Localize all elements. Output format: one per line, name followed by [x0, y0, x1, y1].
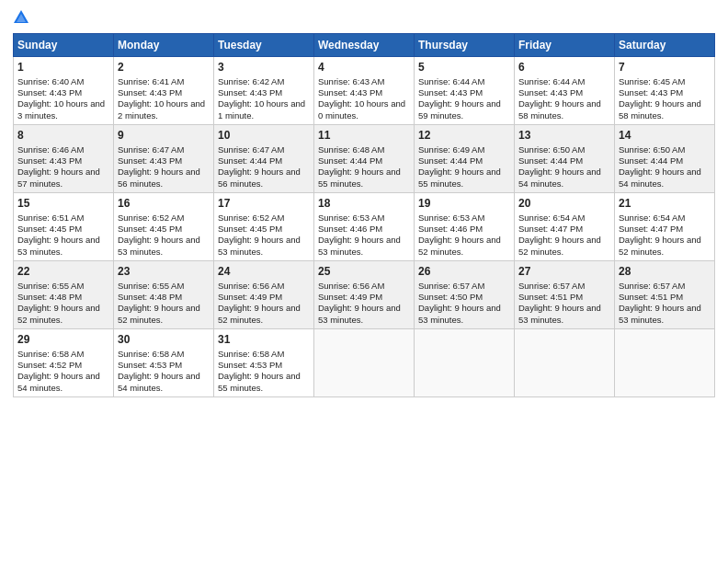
sunset-text: Sunset: 4:43 PM	[17, 155, 109, 167]
calendar-cell: 5Sunrise: 6:44 AMSunset: 4:43 PMDaylight…	[415, 57, 515, 125]
day-number: 29	[17, 333, 109, 348]
calendar-cell: 25Sunrise: 6:56 AMSunset: 4:49 PMDayligh…	[314, 261, 415, 329]
sunrise-text: Sunrise: 6:43 AM	[318, 76, 410, 87]
daylight-text: Daylight: 9 hours and 52 minutes.	[218, 303, 310, 326]
calendar-cell	[415, 329, 515, 397]
day-number: 6	[518, 61, 610, 75]
day-number: 19	[418, 197, 510, 212]
daylight-text: Daylight: 10 hours and 1 minute.	[218, 98, 310, 121]
column-header-wednesday: Wednesday	[314, 34, 415, 57]
daylight-text: Daylight: 9 hours and 52 minutes.	[518, 235, 610, 258]
calendar-cell: 7Sunrise: 6:45 AMSunset: 4:43 PMDaylight…	[615, 57, 715, 125]
sunrise-text: Sunrise: 6:44 AM	[518, 76, 610, 87]
sunset-text: Sunset: 4:43 PM	[518, 87, 610, 98]
sunset-text: Sunset: 4:43 PM	[17, 87, 109, 98]
daylight-text: Daylight: 9 hours and 52 minutes.	[118, 303, 210, 326]
sunrise-text: Sunrise: 6:54 AM	[518, 213, 610, 224]
daylight-text: Daylight: 9 hours and 53 minutes.	[418, 303, 510, 326]
calendar-cell: 23Sunrise: 6:55 AMSunset: 4:48 PMDayligh…	[114, 261, 214, 329]
calendar-cell: 18Sunrise: 6:53 AMSunset: 4:46 PMDayligh…	[314, 193, 415, 261]
sunrise-text: Sunrise: 6:58 AM	[118, 349, 210, 360]
daylight-text: Daylight: 9 hours and 55 minutes.	[218, 371, 310, 394]
day-number: 22	[17, 265, 109, 280]
sunrise-text: Sunrise: 6:53 AM	[418, 213, 510, 224]
daylight-text: Daylight: 9 hours and 53 minutes.	[318, 303, 410, 326]
calendar-week-3: 15Sunrise: 6:51 AMSunset: 4:45 PMDayligh…	[14, 193, 715, 261]
sunrise-text: Sunrise: 6:41 AM	[118, 76, 210, 87]
sunrise-text: Sunrise: 6:57 AM	[619, 281, 711, 292]
calendar-cell: 26Sunrise: 6:57 AMSunset: 4:50 PMDayligh…	[415, 261, 515, 329]
calendar-cell: 31Sunrise: 6:58 AMSunset: 4:53 PMDayligh…	[214, 329, 314, 397]
column-header-sunday: Sunday	[14, 34, 114, 57]
day-number: 24	[218, 265, 310, 280]
day-number: 11	[318, 129, 410, 144]
column-header-saturday: Saturday	[615, 34, 715, 57]
calendar-week-1: 1Sunrise: 6:40 AMSunset: 4:43 PMDaylight…	[14, 57, 715, 125]
daylight-text: Daylight: 9 hours and 54 minutes.	[619, 167, 711, 190]
calendar-cell: 16Sunrise: 6:52 AMSunset: 4:45 PMDayligh…	[114, 193, 214, 261]
calendar-cell: 24Sunrise: 6:56 AMSunset: 4:49 PMDayligh…	[214, 261, 314, 329]
daylight-text: Daylight: 9 hours and 52 minutes.	[418, 235, 510, 258]
sunset-text: Sunset: 4:51 PM	[619, 292, 711, 303]
day-number: 16	[118, 197, 210, 212]
day-number: 31	[218, 333, 310, 348]
calendar-cell: 21Sunrise: 6:54 AMSunset: 4:47 PMDayligh…	[615, 193, 715, 261]
day-number: 7	[619, 61, 711, 75]
sunset-text: Sunset: 4:52 PM	[17, 360, 109, 371]
day-number: 18	[318, 197, 410, 212]
sunrise-text: Sunrise: 6:58 AM	[218, 349, 310, 360]
sunrise-text: Sunrise: 6:48 AM	[318, 144, 410, 155]
column-header-thursday: Thursday	[415, 34, 515, 57]
day-number: 8	[17, 129, 109, 144]
calendar-cell: 20Sunrise: 6:54 AMSunset: 4:47 PMDayligh…	[515, 193, 615, 261]
daylight-text: Daylight: 9 hours and 59 minutes.	[418, 98, 510, 121]
calendar-cell	[515, 329, 615, 397]
daylight-text: Daylight: 9 hours and 53 minutes.	[218, 235, 310, 258]
daylight-text: Daylight: 9 hours and 54 minutes.	[17, 371, 109, 394]
sunrise-text: Sunrise: 6:58 AM	[17, 349, 109, 360]
calendar-cell: 4Sunrise: 6:43 AMSunset: 4:43 PMDaylight…	[314, 57, 415, 125]
calendar-week-5: 29Sunrise: 6:58 AMSunset: 4:52 PMDayligh…	[14, 329, 715, 397]
calendar-cell: 19Sunrise: 6:53 AMSunset: 4:46 PMDayligh…	[415, 193, 515, 261]
column-header-tuesday: Tuesday	[214, 34, 314, 57]
sunset-text: Sunset: 4:45 PM	[17, 224, 109, 235]
logo-icon	[13, 9, 29, 26]
sunset-text: Sunset: 4:44 PM	[418, 155, 510, 167]
sunset-text: Sunset: 4:45 PM	[118, 224, 210, 235]
sunrise-text: Sunrise: 6:54 AM	[619, 213, 711, 224]
sunset-text: Sunset: 4:49 PM	[218, 292, 310, 303]
sunset-text: Sunset: 4:43 PM	[218, 87, 310, 98]
day-number: 26	[418, 265, 510, 280]
header-row: SundayMondayTuesdayWednesdayThursdayFrid…	[14, 34, 715, 57]
calendar-cell: 10Sunrise: 6:47 AMSunset: 4:44 PMDayligh…	[214, 125, 314, 193]
sunrise-text: Sunrise: 6:45 AM	[619, 76, 711, 87]
calendar-cell: 1Sunrise: 6:40 AMSunset: 4:43 PMDaylight…	[14, 57, 114, 125]
calendar-cell: 13Sunrise: 6:50 AMSunset: 4:44 PMDayligh…	[515, 125, 615, 193]
daylight-text: Daylight: 9 hours and 58 minutes.	[518, 98, 610, 121]
sunrise-text: Sunrise: 6:50 AM	[518, 144, 610, 155]
daylight-text: Daylight: 9 hours and 55 minutes.	[318, 167, 410, 190]
daylight-text: Daylight: 9 hours and 55 minutes.	[418, 167, 510, 190]
calendar-cell: 3Sunrise: 6:42 AMSunset: 4:43 PMDaylight…	[214, 57, 314, 125]
sunset-text: Sunset: 4:44 PM	[318, 155, 410, 167]
daylight-text: Daylight: 9 hours and 53 minutes.	[318, 235, 410, 258]
sunset-text: Sunset: 4:44 PM	[518, 155, 610, 167]
sunset-text: Sunset: 4:48 PM	[17, 292, 109, 303]
calendar-week-4: 22Sunrise: 6:55 AMSunset: 4:48 PMDayligh…	[14, 261, 715, 329]
sunset-text: Sunset: 4:43 PM	[619, 87, 711, 98]
daylight-text: Daylight: 10 hours and 0 minutes.	[318, 98, 410, 121]
header	[13, 9, 715, 26]
calendar-cell	[314, 329, 415, 397]
column-header-monday: Monday	[114, 34, 214, 57]
day-number: 21	[619, 197, 711, 212]
sunset-text: Sunset: 4:44 PM	[218, 155, 310, 167]
daylight-text: Daylight: 9 hours and 52 minutes.	[17, 303, 109, 326]
daylight-text: Daylight: 9 hours and 53 minutes.	[118, 235, 210, 258]
sunset-text: Sunset: 4:43 PM	[118, 155, 210, 167]
daylight-text: Daylight: 9 hours and 53 minutes.	[518, 303, 610, 326]
sunset-text: Sunset: 4:51 PM	[518, 292, 610, 303]
sunrise-text: Sunrise: 6:57 AM	[418, 281, 510, 292]
sunset-text: Sunset: 4:44 PM	[619, 155, 711, 167]
sunset-text: Sunset: 4:43 PM	[318, 87, 410, 98]
calendar-cell: 8Sunrise: 6:46 AMSunset: 4:43 PMDaylight…	[14, 125, 114, 193]
